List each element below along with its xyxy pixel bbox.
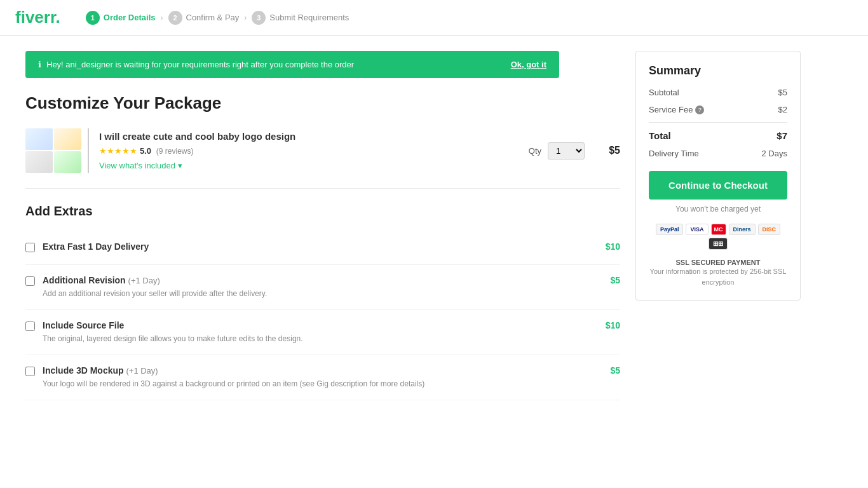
package-img-1 <box>25 128 53 150</box>
extra-info-2: Include Source File The original, layere… <box>43 320 587 344</box>
extra-title-2: Include Source File <box>43 320 587 330</box>
checkout-button[interactable]: Continue to Checkout <box>649 171 787 200</box>
extra-desc-2: The original, layered design file allows… <box>43 333 587 344</box>
delivery-label: Delivery Time <box>649 149 699 158</box>
package-img-3 <box>25 151 53 173</box>
extra-item-2: Include Source File The original, layere… <box>25 310 620 355</box>
content-area: ℹ Hey! ani_designer is waiting for your … <box>25 51 620 400</box>
extra-item-1: Additional Revision (+1 Day) Add an addi… <box>25 265 620 310</box>
extras-section: Add Extras Extra Fast 1 Day Delivery $10… <box>25 204 620 400</box>
review-count: (9 reviews) <box>156 147 194 156</box>
summary-box: Summary Subtotal $5 Service Fee ? $2 Tot… <box>635 51 801 301</box>
package-rating: ★★★★★ 5.0 (9 reviews) <box>99 146 519 156</box>
step-1-circle: 1 <box>86 11 100 25</box>
package-img-4 <box>54 151 81 173</box>
extra-item-0: Extra Fast 1 Day Delivery $10 <box>25 231 620 265</box>
package-price: $5 <box>595 145 620 156</box>
extra-price-1: $5 <box>595 275 620 285</box>
ssl-title: SSL SECURED PAYMENT <box>649 259 787 266</box>
package-title: I will create cute and cool baby logo de… <box>99 131 519 142</box>
star-icons: ★★★★★ <box>99 146 137 156</box>
no-charge-text: You won't be charged yet <box>649 205 787 214</box>
delivery-row: Delivery Time 2 Days <box>649 149 787 158</box>
info-icon: ℹ <box>38 60 41 69</box>
service-fee-label: Service Fee ? <box>649 105 704 114</box>
fiverr-logo[interactable]: fiverr. <box>15 8 60 27</box>
rating-value: 5.0 <box>140 146 151 156</box>
package-images <box>25 128 89 173</box>
extra-checkbox-2[interactable] <box>25 322 35 331</box>
extra-checkbox-0[interactable] <box>25 243 35 252</box>
summary-divider <box>649 122 787 123</box>
extra-checkbox-1[interactable] <box>25 276 35 286</box>
paypal-icon: PayPal <box>656 224 684 235</box>
step-2: 2 Confirm & Pay <box>168 11 240 25</box>
extra-price-3: $5 <box>595 365 620 376</box>
extra-price-2: $10 <box>595 320 620 330</box>
quantity-section: Qty 1 2 3 <box>529 142 585 159</box>
package-img-2 <box>54 128 81 150</box>
extra-desc-1: Add an additional revision your seller w… <box>43 288 587 299</box>
service-fee-value: $2 <box>778 105 787 114</box>
step-1: 1 Order Details <box>86 11 156 25</box>
extra-title-1: Additional Revision (+1 Day) <box>43 275 587 285</box>
extra-info-0: Extra Fast 1 Day Delivery <box>43 241 587 254</box>
payment-icons: PayPal VISA MC Diners DISC ⊞⊞ <box>649 224 787 250</box>
subtotal-row: Subtotal $5 <box>649 88 787 97</box>
alert-message: Hey! ani_designer is waiting for your re… <box>46 60 354 69</box>
extra-info-1: Additional Revision (+1 Day) Add an addi… <box>43 275 587 299</box>
step-1-label: Order Details <box>104 13 156 22</box>
step-3-label: Submit Requirements <box>269 13 349 22</box>
other-payment-icon: ⊞⊞ <box>709 238 728 250</box>
extra-info-3: Include 3D Mockup (+1 Day) Your logo wil… <box>43 365 587 390</box>
view-included-link[interactable]: View what's included ▾ <box>99 161 182 170</box>
extra-checkbox-3[interactable] <box>25 367 35 376</box>
alert-text: ℹ Hey! ani_designer is waiting for your … <box>38 60 354 69</box>
discover-icon: DISC <box>758 224 781 235</box>
diners-icon: Diners <box>729 224 756 235</box>
total-row: Total $7 <box>649 130 787 141</box>
main-content: ℹ Hey! ani_designer is waiting for your … <box>0 36 826 416</box>
arrow-2: › <box>244 13 247 22</box>
visa-icon: VISA <box>686 224 708 235</box>
service-fee-info-icon[interactable]: ? <box>695 105 704 114</box>
step-2-label: Confirm & Pay <box>186 13 240 22</box>
extra-price-0: $10 <box>595 241 620 252</box>
package-item: I will create cute and cool baby logo de… <box>25 128 620 189</box>
header: fiverr. 1 Order Details › 2 Confirm & Pa… <box>0 0 868 36</box>
extra-item-3: Include 3D Mockup (+1 Day) Your logo wil… <box>25 355 620 400</box>
step-2-circle: 2 <box>168 11 182 25</box>
total-label: Total <box>649 130 671 141</box>
ssl-info: SSL SECURED PAYMENT Your information is … <box>649 259 787 287</box>
arrow-1: › <box>161 13 163 22</box>
delivery-value: 2 Days <box>762 149 787 158</box>
ok-got-it-link[interactable]: Ok, got it <box>511 60 546 69</box>
summary-sidebar: Summary Subtotal $5 Service Fee ? $2 Tot… <box>635 51 801 400</box>
qty-label: Qty <box>529 146 541 156</box>
extras-title: Add Extras <box>25 204 620 219</box>
package-info: I will create cute and cool baby logo de… <box>99 131 519 170</box>
alert-banner: ℹ Hey! ani_designer is waiting for your … <box>25 51 559 78</box>
extra-desc-3: Your logo will be rendered in 3D against… <box>43 378 587 390</box>
logo-dot: . <box>56 8 60 27</box>
logo-text: fiverr <box>15 8 56 27</box>
step-3: 3 Submit Requirements <box>252 11 349 25</box>
quantity-select[interactable]: 1 2 3 <box>548 142 585 159</box>
progress-steps: 1 Order Details › 2 Confirm & Pay › 3 Su… <box>86 11 349 25</box>
mastercard-icon: MC <box>711 224 726 235</box>
ssl-desc: Your information is protected by 256-bit… <box>649 266 787 287</box>
step-3-circle: 3 <box>252 11 266 25</box>
summary-title: Summary <box>649 64 787 78</box>
subtotal-value: $5 <box>778 88 787 97</box>
service-fee-row: Service Fee ? $2 <box>649 105 787 114</box>
page-title: Customize Your Package <box>25 93 620 113</box>
extra-title-3: Include 3D Mockup (+1 Day) <box>43 365 587 376</box>
extra-title-0: Extra Fast 1 Day Delivery <box>43 241 587 252</box>
subtotal-label: Subtotal <box>649 88 679 97</box>
total-value: $7 <box>776 130 787 141</box>
